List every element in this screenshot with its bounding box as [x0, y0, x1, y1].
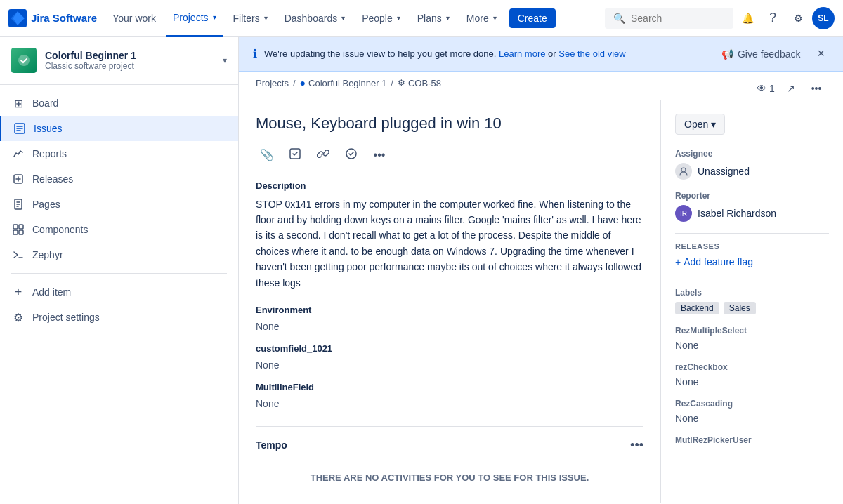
sidebar-item-components[interactable]: Components	[0, 217, 238, 242]
breadcrumb-issue-id[interactable]: COB-58	[408, 78, 441, 88]
breadcrumb-projects[interactable]: Projects	[256, 78, 289, 88]
rezcheckbox-value: None	[675, 376, 829, 387]
chevron-down-icon: ▾	[341, 14, 345, 22]
board-icon: ⊞	[11, 96, 25, 110]
customfield-label: customfield_1021	[256, 343, 643, 354]
learn-more-link[interactable]: Learn more	[499, 48, 545, 59]
nav-more[interactable]: More ▾	[459, 0, 504, 37]
divider	[675, 233, 829, 234]
label-backend[interactable]: Backend	[675, 302, 719, 314]
add-icon: +	[11, 285, 25, 299]
settings-button[interactable]: ⚙	[787, 7, 809, 29]
sidebar-item-pages[interactable]: Pages	[0, 192, 238, 217]
app-logo[interactable]: Jira Software	[8, 9, 97, 27]
sidebar-navigation: ⊞ Board Issues Reports Releases	[0, 85, 238, 336]
watch-button[interactable]: 👁 1	[756, 79, 776, 98]
nav-projects[interactable]: Projects ▾	[166, 0, 223, 37]
mark-done-button[interactable]	[340, 144, 362, 166]
sidebar-item-project-settings[interactable]: ⚙ Project settings	[0, 305, 238, 330]
issue-type-icon: ⚙	[398, 78, 405, 88]
top-navigation: Jira Software Your work Projects ▾ Filte…	[0, 0, 843, 37]
gear-icon: ⚙	[794, 13, 803, 24]
zephyr-icon	[11, 248, 25, 262]
sidebar-item-board[interactable]: ⊞ Board	[0, 91, 238, 116]
sidebar-item-issues[interactable]: Issues	[0, 116, 238, 141]
breadcrumb-row: Projects / ● Colorful Beginner 1 / ⚙ COB…	[239, 72, 843, 100]
project-icon	[11, 48, 37, 73]
breadcrumb-issue: ⚙ COB-58	[398, 78, 441, 88]
project-name: Colorful Beginner 1	[45, 50, 214, 61]
close-banner-button[interactable]: ×	[813, 45, 829, 62]
tempo-section: Tempo ••• THERE ARE NO ACTIVITIES FOR YO…	[256, 426, 643, 489]
breadcrumb-project-name[interactable]: Colorful Beginner 1	[308, 78, 386, 88]
svg-rect-6	[19, 225, 23, 229]
releases-label: RELEASES	[675, 242, 829, 251]
chevron-down-icon: ▾	[493, 14, 497, 22]
help-icon: ?	[769, 11, 776, 25]
sidebar-item-label: Reports	[32, 148, 67, 159]
issue-sidebar: Open ▾ Assignee Unassigned Reporter	[660, 100, 843, 503]
project-type: Classic software project	[45, 61, 214, 71]
more-toolbar-button[interactable]: •••	[368, 144, 391, 166]
checkmark-circle-icon	[345, 147, 358, 163]
eye-icon: 👁	[757, 83, 766, 94]
help-button[interactable]: ?	[762, 7, 784, 29]
nav-dashboards[interactable]: Dashboards ▾	[277, 0, 353, 37]
add-feature-flag-button[interactable]: + Add feature flag	[675, 256, 829, 267]
mutlrezpicker-label: MutlRezPickerUser	[675, 435, 829, 445]
rezmultiselect-value: None	[675, 340, 829, 351]
reporter-avatar: IR	[675, 205, 692, 222]
settings-icon: ⚙	[11, 310, 25, 324]
sidebar-item-zephyr[interactable]: Zephyr	[0, 242, 238, 267]
reporter-section: Reporter IR Isabel Richardson	[675, 191, 829, 222]
releases-icon	[11, 172, 25, 186]
components-icon	[11, 223, 25, 237]
main-content: ℹ We're updating the issue view to help …	[239, 37, 843, 504]
rezcascading-value: None	[675, 413, 829, 424]
paperclip-icon: 📎	[260, 148, 274, 161]
rezmultiselect-section: RezMultipleSelect None	[675, 326, 829, 351]
more-options-button[interactable]: •••	[806, 79, 826, 98]
megaphone-icon: 📢	[721, 48, 733, 60]
more-icon: •••	[811, 83, 822, 94]
svg-rect-8	[19, 230, 23, 234]
sidebar-item-reports[interactable]: Reports	[0, 141, 238, 166]
tempo-more-button[interactable]: •••	[630, 438, 643, 453]
divider	[675, 279, 829, 279]
issues-icon	[13, 121, 27, 135]
environment-value: None	[256, 321, 643, 332]
assignee-value: Unassigned	[675, 163, 829, 180]
label-sales[interactable]: Sales	[724, 302, 756, 314]
svg-rect-5	[13, 225, 18, 229]
nav-plans[interactable]: Plans ▾	[410, 0, 457, 37]
share-button[interactable]: ↗	[781, 79, 801, 98]
notifications-button[interactable]: 🔔	[736, 7, 759, 29]
see-old-view-link[interactable]: See the old view	[558, 48, 625, 59]
link-button[interactable]	[312, 144, 334, 166]
search-box[interactable]: 🔍	[605, 8, 733, 29]
search-input[interactable]	[631, 13, 725, 24]
reports-icon	[11, 147, 25, 161]
status-button[interactable]: Open ▾	[675, 114, 725, 135]
assignee-section: Assignee Unassigned	[675, 149, 829, 180]
sidebar-item-releases[interactable]: Releases	[0, 166, 238, 192]
nav-your-work[interactable]: Your work	[105, 0, 163, 37]
attach-button[interactable]: 📎	[256, 144, 278, 166]
svg-rect-7	[13, 230, 18, 234]
create-button[interactable]: Create	[509, 8, 556, 28]
nav-people[interactable]: People ▾	[355, 0, 407, 37]
plus-icon: +	[675, 256, 681, 267]
chevron-down-icon: ▾	[711, 119, 716, 130]
give-feedback-button[interactable]: 📢 Give feedback	[716, 46, 806, 62]
checklist-button[interactable]	[284, 144, 306, 166]
sidebar-divider	[11, 273, 227, 274]
tempo-label: Tempo	[256, 439, 287, 451]
chevron-down-icon: ▾	[264, 14, 268, 22]
breadcrumb-actions: 👁 1 ↗ •••	[756, 79, 826, 98]
reporter-name: Isabel Richardson	[698, 208, 776, 219]
user-avatar[interactable]: SL	[812, 7, 835, 29]
project-chevron-icon[interactable]: ▾	[223, 55, 227, 65]
sidebar-item-add-item[interactable]: + Add item	[0, 279, 238, 305]
main-layout: Colorful Beginner 1 Classic software pro…	[0, 37, 843, 504]
nav-filters[interactable]: Filters ▾	[226, 0, 275, 37]
